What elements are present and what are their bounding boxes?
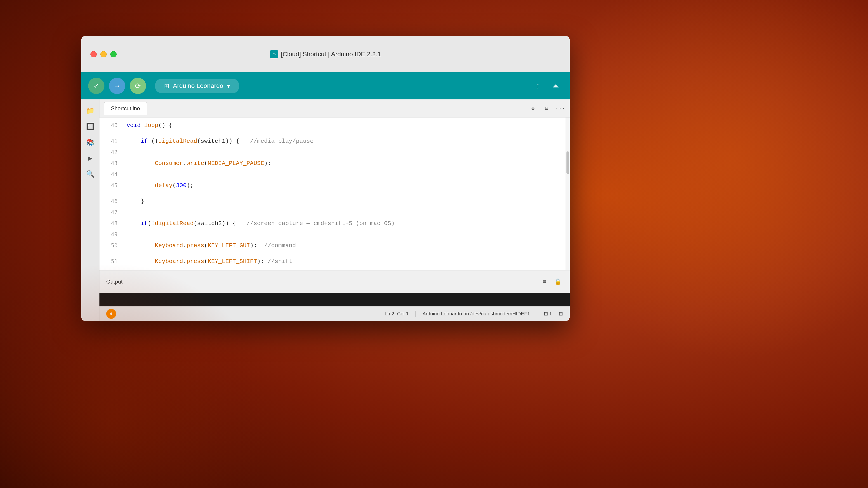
sidebar-item-files[interactable]: 📁 <box>84 104 97 118</box>
tab-actions: ⊕ ⊟ ··· <box>528 103 565 113</box>
code-line-48: 48 if(!digitalRead(switch2)) { //screen … <box>99 216 565 231</box>
board-info: Arduino Leonardo on /dev/cu.usbmodemHIDE… <box>423 311 530 317</box>
cursor-position: Ln 2, Col 1 <box>385 311 409 317</box>
status-right: Ln 2, Col 1 Arduino Leonardo on /dev/cu.… <box>385 311 563 317</box>
upload-button[interactable]: → <box>109 78 125 94</box>
scrollbar-thumb[interactable] <box>566 151 569 174</box>
pin-tab-button[interactable]: ⊕ <box>528 103 538 113</box>
board-icon: ⊞ <box>164 82 169 90</box>
status-bar: ● Ln 2, Col 1 Arduino Leonardo on /dev/c… <box>99 306 569 321</box>
output-actions: ≡ 🔒 <box>539 277 563 287</box>
output-content <box>99 293 569 306</box>
arduino-icon: ∞ <box>270 50 278 58</box>
code-line-47: 47 <box>99 209 565 216</box>
minimize-button[interactable] <box>100 51 107 57</box>
split-editor-button[interactable]: ⊟ <box>541 103 552 113</box>
output-list-button[interactable]: ≡ <box>539 277 549 287</box>
toolbar: ✓ → ⟳ ⊞ Arduino Leonardo ▾ ↕ ⏶ <box>81 72 569 99</box>
status-indicator: ● <box>106 309 116 319</box>
more-options-button[interactable]: ··· <box>555 103 565 113</box>
traffic-lights <box>90 51 117 57</box>
code-line-43: 43 Consumer.write(MEDIA_PLAY_PAUSE); <box>99 156 565 171</box>
code-line-45: 45 delay(300); <box>99 177 565 193</box>
status-extra-icon: ⊟ <box>559 311 563 317</box>
code-line-50: 50 Keyboard.press(KEY_LEFT_GUI); //comma… <box>99 238 565 254</box>
sidebar-item-search[interactable]: 🔍 <box>84 167 97 181</box>
arduino-ide-window: ∞ [Cloud] Shortcut | Arduino IDE 2.2.1 ✓… <box>81 36 569 321</box>
vertical-scrollbar[interactable] <box>565 118 569 270</box>
chevron-down-icon: ▾ <box>227 82 230 90</box>
title-bar: ∞ [Cloud] Shortcut | Arduino IDE 2.2.1 <box>81 36 569 72</box>
tab-bar: Shortcut.ino ⊕ ⊟ ··· <box>99 99 569 118</box>
port-count: ⊞ 1 <box>544 311 552 317</box>
tab-area: Shortcut.ino ⊕ ⊟ ··· 40 void loop() { <box>99 99 569 321</box>
code-line-42: 42 <box>99 149 565 156</box>
toolbar-right-buttons: ↕ ⏶ <box>531 79 563 93</box>
tab-shortcut-ino[interactable]: Shortcut.ino <box>104 102 147 115</box>
code-line-41: 41 if (!digitalRead(switch1)) { //media … <box>99 133 565 149</box>
close-button[interactable] <box>90 51 97 57</box>
sidebar: 📁 🔲 📚 ▶ 🔍 <box>81 99 99 321</box>
status-divider-2 <box>537 311 537 317</box>
serial-monitor-button[interactable]: ↕ <box>531 79 545 93</box>
serial-plotter-button[interactable]: ⏶ <box>549 79 563 93</box>
board-selector[interactable]: ⊞ Arduino Leonardo ▾ <box>155 78 239 93</box>
main-area: 📁 🔲 📚 ▶ 🔍 Shortcut.ino ⊕ ⊟ ··· <box>81 99 569 321</box>
output-lock-button[interactable]: 🔒 <box>553 277 563 287</box>
code-line-46: 46 } <box>99 193 565 209</box>
code-line-44: 44 <box>99 171 565 177</box>
verify-button[interactable]: ✓ <box>88 78 104 94</box>
maximize-button[interactable] <box>110 51 117 57</box>
status-left: ● <box>106 309 116 319</box>
sidebar-item-debug[interactable]: ▶ <box>84 151 97 165</box>
code-editor[interactable]: 40 void loop() { 41 if (!digitalRead(swi… <box>99 118 569 270</box>
output-panel-header: Output ≡ 🔒 <box>99 270 569 293</box>
sidebar-item-boards[interactable]: 🔲 <box>84 120 97 133</box>
code-line-51: 51 Keyboard.press(KEY_LEFT_SHIFT); //shi… <box>99 254 565 269</box>
sidebar-item-libraries[interactable]: 📚 <box>84 135 97 149</box>
status-divider <box>415 311 416 317</box>
window-title: ∞ [Cloud] Shortcut | Arduino IDE 2.2.1 <box>270 50 381 58</box>
code-line-40: 40 void loop() { <box>99 118 565 133</box>
debug-button[interactable]: ⟳ <box>130 78 146 94</box>
code-line-52: 52 Keyboard.press('5'); //5 key <box>99 269 565 270</box>
output-label: Output <box>106 279 123 285</box>
code-line-49: 49 <box>99 231 565 238</box>
